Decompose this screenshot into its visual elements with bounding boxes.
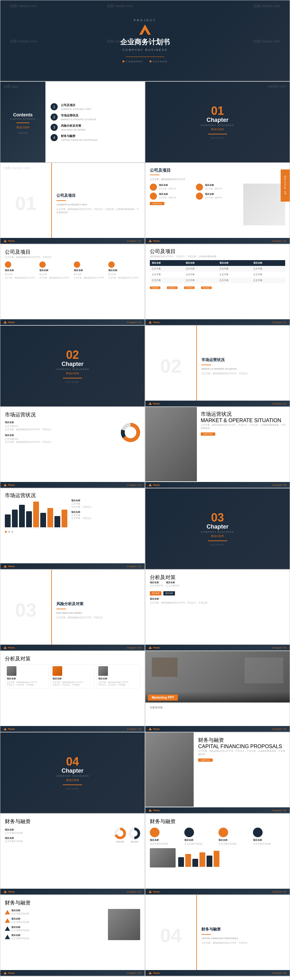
- dot-1: [122, 60, 124, 62]
- content-num-2: 2: [51, 113, 58, 121]
- mkt-overlay: Marketing PPT: [145, 692, 290, 703]
- ri-icon-1: [5, 261, 11, 268]
- table-row-2: 正文字幕 正文字幕 正文字幕 正文字幕: [150, 272, 285, 277]
- fin-arrows-content: 项目名称 正文字幕字号内容 项目名称 正文字幕字号内容 项目名称 正文字幕字: [5, 909, 140, 940]
- bar-2: [12, 510, 18, 527]
- proj-content: 项目名称 正文字幕，相同字号 项目名称 正文字幕，相同字号: [150, 184, 285, 235]
- slide-ch03-intro: 03 风险分析及对策 RISK ANALYSIS SERIES 正文字幕，相同或…: [0, 570, 145, 651]
- slide-chapter-01: xianpic.com 01 Chapter COMPANY BUSINESS …: [145, 81, 290, 163]
- contents-title: Contents: [13, 112, 33, 117]
- serv-img: Service IP: [243, 184, 285, 225]
- bar-8: [54, 516, 60, 527]
- ch02-label: Chapter: [62, 361, 83, 368]
- table-sub: 相同或相近8至12字字号，不宜过大，不宜过多，以免影响整体效果: [150, 255, 285, 258]
- mkt-left-img: [145, 407, 197, 481]
- slide-ch01-intro: 仙图 xianpic.com 01 公司及项目 COMAPNY & PROJEC…: [0, 163, 145, 244]
- content-text-2: 市场运营状况 MARKET & OPERATE SITUATION: [61, 113, 96, 121]
- proj-v2-title: 公司及项目: [5, 249, 140, 256]
- ch-desc: 商业计划书: [211, 128, 224, 131]
- logo-triangle: [139, 24, 151, 35]
- slide-cover: 仙图 xianpic.com 仙图 xianpic.com 仙图 xianpic…: [0, 0, 290, 81]
- ch01-intro-left: 01: [0, 163, 52, 244]
- an3-title: 分析及对策: [150, 574, 285, 581]
- content-text-3: 风险分析及对策 RISK ANALYSE SERIES: [61, 124, 86, 131]
- bar-items: 项目名称 正文字幕 正文字幕，不宜过大 项目名称 正文字幕 正文字幕，不宜过大: [71, 499, 140, 528]
- slide-contents: 仙图 xian Contents COMPANY BUSINESS 商业计划书 …: [0, 81, 145, 163]
- slide-chapter-02-dark: 02 Chapter COMPANY BUSINESS 商业计划书 AUTHOR: [0, 325, 145, 407]
- row-item-2: 项目名称 输入内容 正文字幕，相同或相近8至12字字号: [39, 261, 71, 279]
- slide-chapter-04-dark: 04 Chapter COMPANY BUSINESS 商业计划书 AUTHOR: [0, 732, 145, 813]
- an3-buttons: 项目名称 项目名称: [150, 590, 285, 595]
- bar-1: [5, 514, 11, 527]
- watermark-3: 仙图 xianpic.com: [253, 3, 280, 8]
- proj-item-1: 项目名称 正文字幕，相同字号: [150, 184, 194, 191]
- proj-info-2: 项目名称 正文字幕，相同字号: [205, 184, 222, 190]
- content-text-4: 财务与融资 CAPITAL FINANCING PROPOSALS: [61, 134, 98, 141]
- an3col: 项目名称 正文字幕，相同或相近8至12字字号 不宜过大，不宜过多，不宜堆砌 项目…: [5, 664, 140, 688]
- proj-icon-2: [196, 184, 203, 191]
- mkt-donut-left: 项目名称 正文字幕字号 正文字幕，相同或相近8至12字字号，不宜过大 项目名称 …: [5, 421, 117, 444]
- an-item-3: 项目名称 正文字幕，相同或相近8至12字字号 不宜过大，不宜过多，不宜堆砌: [96, 664, 140, 688]
- proj-item-2: 项目名称 正文字幕，相同字号: [196, 184, 240, 191]
- service-banner-text: Service IP: [284, 175, 287, 195]
- slide-marketing-ppt: Marketing PPT 分析及对策 Plants Chapter 03: [145, 651, 290, 732]
- service-banner: Service IP: [280, 169, 290, 202]
- subtitle-badge: SUBTITLE: [150, 202, 164, 205]
- proj-left: 项目名称 正文字幕，相同字号 项目名称 正文字幕，相同字号: [150, 184, 240, 235]
- mkt-item-2: 项目名称 正文字幕字号 正文字幕，相同或相近8至12字字号，不宜过大: [5, 434, 117, 444]
- content-item-1: 1 公司及项目 COMPANY & PROJECT INFO: [51, 103, 139, 110]
- fin-4col: 项目名称 正文字幕字号内容 项目名称 正文字幕字号内容 项目名称 正文字幕字号内…: [150, 827, 285, 846]
- bar-4: [26, 511, 32, 527]
- proj-icon-4: [196, 192, 203, 200]
- footer-brand-r3l: Plants: [3, 240, 15, 242]
- footer-brand-r3r: Plants: [149, 240, 160, 242]
- mkt-item-1: 项目名称 正文字幕字号 正文字幕，相同或相近8至12字字号，不宜过大: [5, 421, 117, 431]
- ch01-line: [56, 200, 66, 201]
- ch-num: 01: [211, 105, 224, 117]
- slide-bar-chart: 市场运营状况 项目名称 正文: [0, 488, 145, 570]
- ri-icon-2: [39, 261, 46, 268]
- contents-left-panel: Contents COMPANY BUSINESS 商业计划书 AUTHOR: [0, 82, 45, 162]
- contents-right-panel: 1 公司及项目 COMPANY & PROJECT INFO 2 市场运营状况 …: [45, 82, 145, 162]
- an3-top-items: 项目名称 正文字幕字号 项目名称 正文字幕字号: [150, 581, 285, 587]
- slide-analysis-3col: 分析及对策 项目名称 正文字幕字号 项目名称 正文字幕字号 项目名称 项目名称 …: [145, 570, 290, 651]
- fin-pie-content: 项目名称 正文字幕字号内容 项目名称 正文字幕字号内容 项目名称 项目名称: [5, 827, 140, 843]
- slide-footer-r3r: Plants Chapter 01: [145, 238, 290, 244]
- slide-table: 公司及项目 相同或相近8至12字字号，不宜过大，不宜过多，以免影响整体效果 项目…: [145, 244, 290, 325]
- fin-right-content: 财务与融资 CAPITAL FINANCING PROPOSALS 正文字幕，相…: [194, 732, 290, 807]
- ch-indicator: [5, 531, 140, 533]
- bar-6: [40, 513, 46, 527]
- proj-sec-title: 公司及项目: [150, 167, 285, 173]
- row-item-1: 项目名称 输入内容 正文字幕，相同或相近8至12字字号: [5, 261, 37, 279]
- coffee-img: [152, 657, 178, 677]
- footer-tri: [3, 240, 7, 242]
- footer-chapter-r3l: Chapter 01: [127, 240, 141, 242]
- mkt-content: 市场运营状况 MARKET & OPERATE SITUATION 正文字幕，相…: [197, 407, 290, 481]
- table-row-3: 正文字幕 正文字幕 正文字幕 正文字幕: [150, 277, 285, 283]
- bar-title: 市场运营状况: [5, 492, 140, 499]
- ch01-title: 公司及项目: [56, 193, 140, 198]
- ch-line: [208, 134, 227, 134]
- bar-chart: [5, 501, 67, 527]
- row-item-3: 项目名称 输入内容 正文字幕，相同或相近8至12字字号: [74, 261, 106, 279]
- row-item-4: 项目名称 输入内容 正文字幕，相同或相近8至12字字号: [108, 261, 140, 279]
- watermark-6: 仙图 xianpic.com: [253, 39, 280, 44]
- pie-circle-1: [114, 827, 126, 839]
- mkt-title: 分析及对策: [150, 706, 285, 709]
- slide-finance-image-left: 财务与融资 CAPITAL FINANCING PROPOSALS 正文字幕，相…: [145, 732, 290, 813]
- fin-bar-area: [150, 848, 285, 867]
- pie-circle-2: [128, 827, 140, 839]
- dot-2: [149, 60, 151, 62]
- fin-img-bar: [150, 848, 176, 867]
- slide-ch04-intro: 04 财务与融资 CAPITAL FINANCING PROPOSALS 正文字…: [145, 895, 290, 976]
- slide-market-image: 市场运营状况 MARKET & OPERATE SITUATION 正文字幕，相…: [145, 407, 290, 488]
- fin-left-img: [145, 732, 194, 807]
- ch02-desc: 商业计划书: [66, 372, 79, 375]
- fin-bar-right: [178, 848, 285, 867]
- proj-info-3: 项目名称 正文字幕，相同字号: [159, 192, 176, 199]
- proj-icon-3: [150, 192, 157, 200]
- mkt-donut-content: 项目名称 正文字幕字号 正文字幕，相同或相近8至12字字号，不宜过大 项目名称 …: [5, 421, 140, 444]
- slide-an3col-v2: 分析及对策 项目名称 正文字幕，相同或相近8至12字字号 不宜过大，不宜过多，不…: [0, 651, 145, 732]
- mkt-img-area: Marketing PPT: [145, 651, 290, 703]
- proj-v2-items: 项目名称 输入内容 正文字幕，相同或相近8至12字字号 项目名称 输入内容 正文…: [5, 261, 140, 279]
